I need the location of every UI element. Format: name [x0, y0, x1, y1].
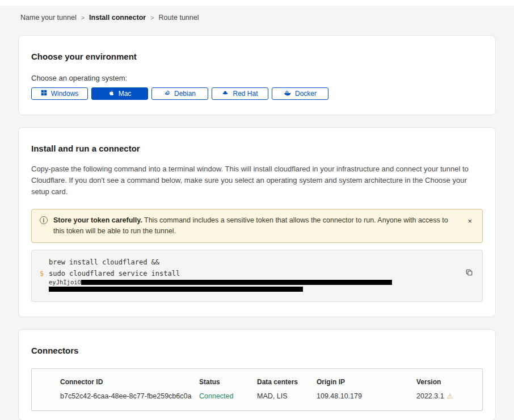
- token-warning-bold: Store your token carefully.: [53, 216, 142, 224]
- breadcrumb: Name your tunnel > Install connector > R…: [0, 6, 514, 35]
- header-origin-ip: Origin IP: [317, 378, 416, 386]
- command-text: sudo cloudflared service install: [49, 268, 180, 279]
- origin-ip-value: 109.48.10.179: [317, 392, 416, 400]
- environment-card: Choose your environment Choose an operat…: [18, 35, 496, 115]
- redacted-token-bar: [81, 280, 392, 285]
- install-description: Copy-paste the following command into a …: [31, 163, 483, 198]
- table-row: b7c52c42-6caa-48ee-8c77-fbe259cb6c0a Con…: [32, 392, 482, 400]
- windows-icon: [41, 90, 47, 98]
- breadcrumb-name-your-tunnel[interactable]: Name your tunnel: [20, 14, 77, 22]
- os-button-row: Windows Mac Debian Red Hat Docker: [31, 87, 483, 100]
- os-button-redhat[interactable]: Red Hat: [212, 87, 268, 100]
- data-centers-value: MAD, LIS: [257, 392, 317, 400]
- header-status: Status: [199, 378, 257, 386]
- close-icon[interactable]: ×: [465, 216, 474, 226]
- token-warning-banner: i Store your token carefully. This comma…: [31, 209, 483, 243]
- install-command-block: brew install cloudflared && $ sudo cloud…: [31, 250, 483, 302]
- os-button-label: Mac: [119, 90, 132, 98]
- command-line-1: brew install cloudflared &&: [40, 257, 456, 268]
- breadcrumb-separator: >: [150, 14, 154, 21]
- top-strip: [0, 0, 514, 6]
- breadcrumb-install-connector[interactable]: Install connector: [89, 14, 146, 22]
- redhat-icon: [222, 90, 229, 98]
- debian-icon: [164, 90, 170, 98]
- token-line: eyJhIjoiO: [49, 279, 456, 285]
- apple-icon: [108, 90, 115, 98]
- os-button-debian[interactable]: Debian: [151, 87, 208, 100]
- status-badge: Connected: [199, 392, 257, 400]
- header-connector-id: Connector ID: [60, 378, 199, 386]
- header-data-centers: Data centers: [257, 378, 317, 386]
- shell-prompt: $: [40, 268, 49, 279]
- os-button-label: Windows: [51, 90, 79, 98]
- version-value: 2022.3.1 ⚠: [416, 392, 482, 400]
- os-button-docker[interactable]: Docker: [272, 87, 328, 100]
- command-line-2: $ sudo cloudflared service install: [40, 268, 456, 279]
- os-button-windows[interactable]: Windows: [31, 87, 88, 100]
- os-button-mac[interactable]: Mac: [91, 87, 148, 100]
- install-card: Install and run a connector Copy-paste t…: [18, 127, 496, 317]
- connectors-card-title: Connectors: [31, 346, 483, 355]
- os-select-label: Choose an operating system:: [31, 74, 483, 82]
- version-warning-icon: ⚠: [447, 393, 453, 400]
- os-button-label: Docker: [295, 90, 317, 98]
- copy-icon[interactable]: [464, 267, 474, 279]
- environment-card-title: Choose your environment: [31, 52, 483, 61]
- token-prefix: eyJhIjoiO: [49, 279, 81, 285]
- breadcrumb-separator: >: [81, 14, 85, 21]
- token-warning-text: Store your token carefully. This command…: [53, 215, 460, 237]
- breadcrumb-route-tunnel[interactable]: Route tunnel: [159, 14, 199, 22]
- connectors-card: Connectors Connector ID Status Data cent…: [18, 329, 496, 420]
- os-button-label: Debian: [174, 90, 196, 98]
- header-version: Version: [416, 378, 482, 386]
- version-number: 2022.3.1: [416, 392, 444, 400]
- connector-id-value: b7c52c42-6caa-48ee-8c77-fbe259cb6c0a: [60, 392, 199, 400]
- redacted-token-bar: [49, 287, 303, 292]
- os-button-label: Red Hat: [233, 90, 258, 98]
- command-text: brew install cloudflared &&: [49, 257, 159, 268]
- connectors-table: Connector ID Status Data centers Origin …: [31, 368, 483, 411]
- docker-icon: [284, 90, 291, 98]
- table-header-row: Connector ID Status Data centers Origin …: [32, 378, 482, 386]
- info-icon: i: [40, 216, 48, 224]
- install-card-title: Install and run a connector: [31, 144, 483, 153]
